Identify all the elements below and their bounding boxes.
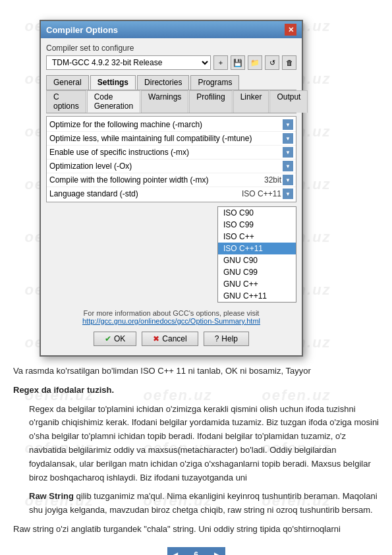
body-text: Va rasmda ko'rsatilgan bo'limdan ISO C++… [0, 357, 392, 537]
toolbar-btn-save[interactable]: 💾 [231, 55, 245, 70]
compiler-options-dialog: Compiler Options ✕ Compiler set to confi… [40, 20, 303, 357]
paragraph3: Raw String qilib tuzganimiz ma'qul. Nima… [29, 490, 379, 517]
heading1: Regex da ifodalar tuzish. [13, 384, 379, 397]
add-icon: + [219, 59, 223, 67]
option-label-1: Optimize less, while maintaining full co… [49, 134, 281, 143]
option-label-3: Optimization level (-Ox) [49, 161, 281, 171]
paragraph2: Regex da belgilar to'plamini ichidan o'z… [29, 403, 379, 485]
sub-tab-c-options[interactable]: C options [46, 90, 86, 113]
language-dropdown-popup: ISO C90 ISO C99 ISO C++ ISO C++11 GNU C9… [217, 206, 296, 303]
heading2-text: Raw String [29, 491, 74, 501]
compiler-set-row: TDM-GCC 4.9.2 32-bit Release + 💾 📁 ↺ 🗑 [46, 55, 296, 70]
next-page-button[interactable]: ▶ [210, 547, 225, 555]
toolbar-btn-delete[interactable]: 🗑 [282, 55, 296, 70]
info-link[interactable]: http://gcc.gnu.org/onlinedocs/gcc/Option… [82, 317, 260, 325]
option-row-1: Optimize less, while maintaining full co… [47, 132, 296, 146]
option-dropdown-0[interactable] [283, 119, 293, 130]
dialog-body: Compiler set to configure TDM-GCC 4.9.2 … [41, 38, 302, 355]
sub-tab-warnings[interactable]: Warnings [141, 90, 188, 113]
toolbar-btn-folder[interactable]: 📁 [248, 55, 262, 70]
option-label-2: Enable use of specific instructions (-mx… [49, 148, 281, 157]
option-dropdown-1[interactable] [283, 133, 293, 144]
paragraph4: Raw string o'zi anglatib turgandek "chal… [13, 523, 379, 537]
option-row-0: Optimize for the following machine (-mar… [47, 118, 296, 132]
help-icon: ? [215, 334, 219, 343]
pagination: ◀ 6 ▶ [0, 547, 392, 555]
dropdown-item-iso-cpp[interactable]: ISO C++ [218, 231, 296, 243]
dropdown-item-iso-c99[interactable]: ISO C99 [218, 219, 296, 231]
cancel-button[interactable]: ✖ Cancel [142, 332, 198, 346]
sub-tab-linker[interactable]: Linker [233, 90, 269, 113]
ok-button[interactable]: ✔ OK [94, 332, 136, 346]
folder-icon: 📁 [250, 59, 260, 67]
tab-directories[interactable]: Directories [137, 75, 189, 90]
dropdown-item-iso-cpp11[interactable]: ISO C++11 [218, 243, 296, 254]
paragraph1: Va rasmda ko'rsatilgan bo'limdan ISO C++… [13, 365, 379, 378]
option-label-0: Optimize for the following machine (-mar… [49, 120, 281, 129]
option-label-4: Compile with the following pointer width… [49, 175, 264, 185]
delete-icon: 🗑 [286, 59, 293, 67]
option-dropdown-2[interactable] [283, 147, 293, 158]
option-row-3: Optimization level (-Ox) [47, 160, 296, 173]
tab-programs[interactable]: Programs [190, 75, 239, 90]
option-dropdown-3[interactable] [283, 161, 293, 171]
current-page: 6 [183, 547, 210, 555]
option-label-5: Language standard (-std) [49, 189, 242, 198]
refresh-icon: ↺ [269, 59, 275, 67]
option-dropdown-4[interactable] [283, 175, 293, 185]
help-label: Help [221, 334, 238, 343]
dialog-title: Compiler Options [46, 25, 118, 35]
paragraph3-text: qilib tuzganimiz ma'qul. Nima ekanligini… [29, 491, 378, 515]
compiler-set-select[interactable]: TDM-GCC 4.9.2 32-bit Release [46, 55, 211, 70]
option-value-4: 32bit [264, 175, 281, 185]
tab-general[interactable]: General [46, 75, 89, 90]
dropdown-item-gnu-cpp11[interactable]: GNU C++11 [218, 290, 296, 302]
sub-tab-bar: C options Code Generation Warnings Profi… [46, 90, 296, 113]
dropdown-item-gnu-c99[interactable]: GNU C99 [218, 266, 296, 278]
toolbar-btn-add[interactable]: + [213, 55, 228, 70]
dialog-titlebar: Compiler Options ✕ [41, 21, 302, 38]
dropdown-item-gnu-c90[interactable]: GNU C90 [218, 254, 296, 266]
help-button[interactable]: ? Help [204, 332, 249, 346]
compiler-set-label: Compiler set to configure [46, 44, 296, 53]
option-row-2: Enable use of specific instructions (-mx… [47, 146, 296, 160]
info-box: For more information about GCC's options… [46, 309, 296, 325]
sub-tab-profiling[interactable]: Profiling [189, 90, 232, 113]
option-row-5: Language standard (-std) ISO C++11 [47, 187, 296, 200]
option-dropdown-5[interactable] [283, 189, 293, 199]
option-row-4: Compile with the following pointer width… [47, 173, 296, 187]
ok-icon: ✔ [105, 334, 111, 343]
toolbar-btn-refresh[interactable]: ↺ [265, 55, 279, 70]
cancel-label: Cancel [162, 334, 186, 343]
dropdown-item-iso-c90[interactable]: ISO C90 [218, 207, 296, 219]
sub-tab-output[interactable]: Output [269, 90, 308, 113]
options-list: Optimize for the following machine (-mar… [46, 116, 296, 202]
dialog-buttons: ✔ OK ✖ Cancel ? Help [46, 329, 296, 350]
dialog-close-button[interactable]: ✕ [285, 24, 296, 36]
ok-label: OK [114, 334, 125, 343]
tab-settings[interactable]: Settings [90, 75, 136, 90]
sub-tab-code-generation[interactable]: Code Generation [87, 90, 140, 113]
info-text: For more information about GCC's options… [84, 309, 260, 317]
dialog-overlay: Compiler Options ✕ Compiler set to confi… [0, 0, 392, 357]
cancel-icon: ✖ [153, 334, 159, 343]
option-value-5: ISO C++11 [242, 189, 281, 198]
heading1-text: Regex da ifodalar tuzish. [13, 385, 114, 395]
main-tab-bar: General Settings Directories Programs [46, 75, 296, 90]
prev-page-button[interactable]: ◀ [167, 547, 183, 555]
dropdown-item-gnu-cpp[interactable]: GNU C++ [218, 278, 296, 290]
save-icon: 💾 [233, 59, 242, 67]
